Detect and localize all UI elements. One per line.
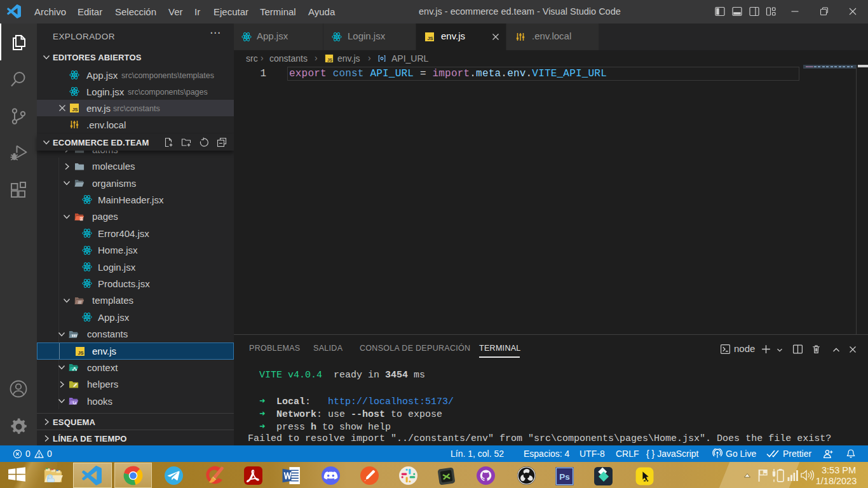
svg-text:Ps: Ps (559, 472, 569, 482)
